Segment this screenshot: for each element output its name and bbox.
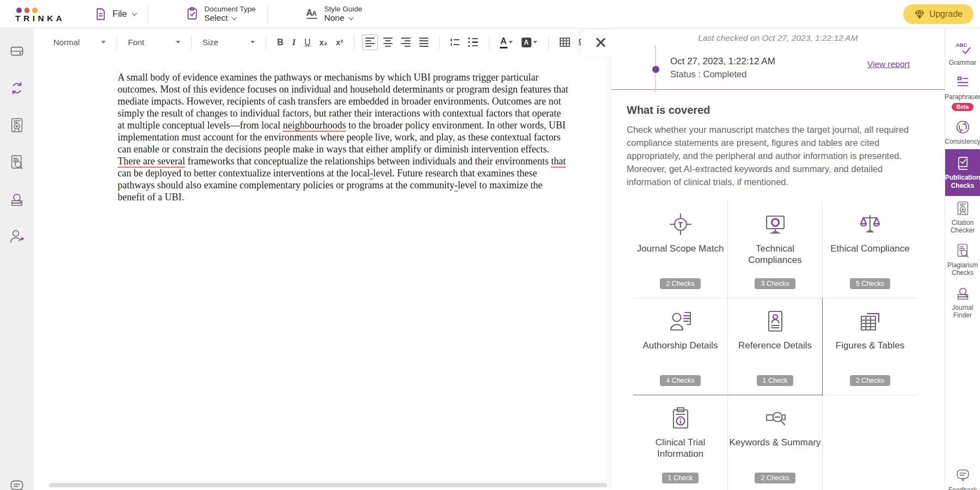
font-color-button[interactable]: A [497, 33, 516, 51]
trinka-logo[interactable]: TRINKA [15, 4, 65, 23]
size-value: Size [203, 38, 218, 47]
align-center-button[interactable] [380, 34, 396, 50]
text-segment: can enable or constrain the decisions pe… [118, 144, 549, 155]
paragraph-style-select[interactable]: Normal [50, 35, 109, 49]
top-bar: TRINKA File Document Type Select Style G… [0, 0, 980, 28]
check-card-label: Keywords & Summary [729, 437, 820, 448]
check-status: Status : Completed [670, 69, 867, 79]
text-segment: simply the result of changes to individu… [118, 108, 561, 119]
file-menu[interactable]: File [94, 7, 136, 21]
rail-item-label: Publication Checks [945, 174, 980, 189]
style-guide-icon [305, 7, 319, 21]
divider [267, 5, 268, 23]
divider [354, 35, 354, 50]
align-left-button[interactable] [362, 34, 378, 50]
check-card-label: Ethical Compliance [830, 243, 910, 254]
divider [439, 35, 440, 50]
view-report-link[interactable]: View report [867, 59, 910, 79]
insert-table-button[interactable] [556, 34, 573, 50]
document-type-label: Document Type [204, 5, 255, 14]
rail-item-publication-checks[interactable]: Publication Checks [945, 149, 980, 196]
ordered-list-button[interactable] [448, 35, 463, 50]
authorship-details-icon [667, 308, 694, 334]
plagiarism-checks-icon [954, 242, 971, 259]
italic-button[interactable]: I [289, 34, 299, 51]
document-line: There are several frameworks that concep… [118, 155, 601, 167]
text-segment: frameworks that conceptualize the relati… [185, 156, 551, 167]
text-segment: can be deployed to better contextualize … [118, 168, 370, 179]
document-type-menu[interactable]: Document Type Select [185, 5, 255, 23]
divider [489, 35, 489, 50]
check-card-reference-details[interactable]: Reference Details 1 Check [728, 298, 823, 395]
align-right-button[interactable] [398, 34, 414, 50]
font-value: Font [128, 38, 144, 47]
close-panel-button[interactable] [581, 29, 620, 56]
empty-grid-cell [823, 395, 917, 490]
left-rail-item-sync[interactable] [8, 79, 26, 97]
citation-checker-icon [8, 117, 26, 134]
rail-item-feedback[interactable]: Feedback [945, 463, 980, 490]
drive-icon [8, 42, 26, 60]
rail-item-paraphraser[interactable]: Paraphraser Beta [945, 70, 980, 114]
text-segment: level to maximize the [458, 180, 542, 191]
document-page[interactable]: A small body of evidence examines the pa… [34, 56, 611, 203]
left-rail-item-plagiarism-checks[interactable] [8, 154, 26, 171]
divider [611, 89, 945, 90]
left-rail-item-person-share[interactable] [8, 228, 26, 245]
divider [266, 35, 266, 50]
rail-item-consistency[interactable]: Consistency [945, 115, 980, 149]
caret-down-icon [509, 41, 513, 44]
size-select[interactable]: Size [199, 35, 258, 49]
justify-button[interactable] [416, 34, 432, 50]
subscript-button[interactable]: x₂ [316, 35, 331, 50]
left-rail-item-drive[interactable] [8, 42, 26, 60]
check-count-badge: 4 Checks [660, 375, 700, 386]
check-card-authorship-details[interactable]: Authorship Details 4 Checks [633, 298, 728, 395]
style-guide-value: None [324, 13, 344, 23]
flagged-text[interactable]: There are several [118, 156, 185, 168]
align-right-icon [401, 38, 411, 47]
rail-item-plagiarism-checks[interactable]: Plagiarism Checks [945, 238, 980, 281]
check-card-clinical-trial[interactable]: Clinical Trial Information 1 Check [633, 395, 728, 490]
font-select[interactable]: Font [125, 35, 183, 49]
left-toolbar [0, 28, 34, 490]
underline-button[interactable]: U [301, 34, 314, 51]
text-segment: to the broader policy environment. In ot… [346, 120, 565, 131]
person-share-icon [8, 228, 26, 245]
journal-scope-match-icon [667, 211, 694, 237]
caret-down-icon [533, 41, 537, 44]
rail-item-citation-checker[interactable]: Citation Checker [945, 196, 980, 238]
text-segment: outcomes. Most of this evidence focuses … [118, 84, 568, 95]
check-card-ethical-compliance[interactable]: Ethical Compliance 5 Checks [823, 201, 917, 298]
horizontal-scrollbar[interactable] [49, 483, 607, 487]
bold-button[interactable]: B [274, 34, 287, 51]
section-title: What is covered [627, 104, 945, 117]
check-card-label: Technical Compliances [728, 243, 822, 266]
flagged-text[interactable]: neighbourhoods [283, 120, 346, 132]
check-card-keywords-summary[interactable]: Keywords & Summary 2 Checks [728, 395, 823, 490]
highlight-color-button[interactable]: A [518, 34, 541, 51]
document-text: A small body of evidence examines the pa… [118, 71, 601, 203]
check-card-label: Reference Details [738, 340, 812, 351]
rail-item-journal-finder[interactable]: Journal Finder [945, 281, 980, 323]
paragraph-style-value: Normal [53, 38, 79, 47]
check-card-figures-tables[interactable]: Figures & Tables 2 Checks [823, 298, 917, 395]
bullet-list-button[interactable] [465, 34, 481, 50]
caret-down-icon [101, 41, 106, 44]
superscript-button[interactable]: x² [333, 35, 346, 50]
reference-details-icon [762, 308, 788, 334]
left-rail-item-citation-checker[interactable] [8, 117, 26, 134]
chat-bubble-icon [8, 478, 26, 490]
left-rail-item-journal-finder[interactable] [8, 191, 26, 208]
style-guide-menu[interactable]: Style Guide None [305, 5, 362, 23]
check-card-journal-scope-match[interactable]: Journal Scope Match 2 Checks [633, 201, 728, 298]
rail-item-label: Feedback [948, 486, 977, 490]
check-card-technical-compliances[interactable]: Technical Compliances 3 Checks [728, 201, 823, 298]
left-rail-item-chat-bubble[interactable] [8, 478, 26, 490]
file-menu-label: File [113, 9, 127, 19]
chevron-down-icon [132, 10, 137, 16]
flagged-text[interactable]: that [551, 156, 566, 168]
rail-item-grammar[interactable]: Grammar [945, 36, 980, 70]
check-count-badge: 2 Checks [755, 473, 795, 483]
upgrade-button[interactable]: Upgrade [903, 4, 973, 24]
